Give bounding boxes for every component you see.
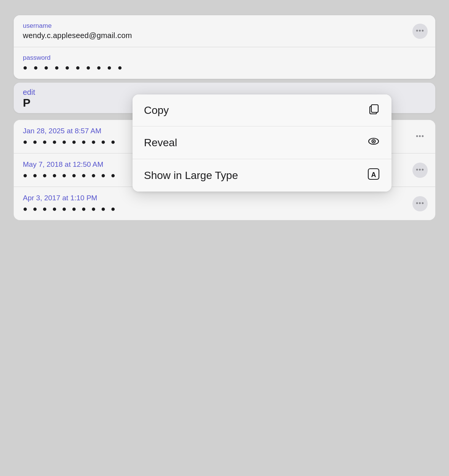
- dim-overlay: [0, 0, 449, 476]
- eye-icon: [367, 135, 380, 150]
- menu-item-copy[interactable]: Copy: [133, 94, 391, 126]
- menu-item-reveal[interactable]: Reveal: [133, 126, 391, 159]
- large-type-icon: A: [367, 168, 380, 183]
- svg-text:A: A: [371, 171, 376, 179]
- large-type-label: Show in Large Type: [144, 169, 238, 182]
- svg-point-4: [373, 141, 374, 142]
- copy-icon: [368, 103, 380, 118]
- svg-rect-1: [371, 105, 378, 112]
- copy-label: Copy: [144, 104, 169, 117]
- menu-item-large-type[interactable]: Show in Large Type A: [133, 159, 391, 192]
- context-menu: Copy Reveal Show in Large Type A: [133, 94, 391, 192]
- reveal-label: Reveal: [144, 137, 177, 149]
